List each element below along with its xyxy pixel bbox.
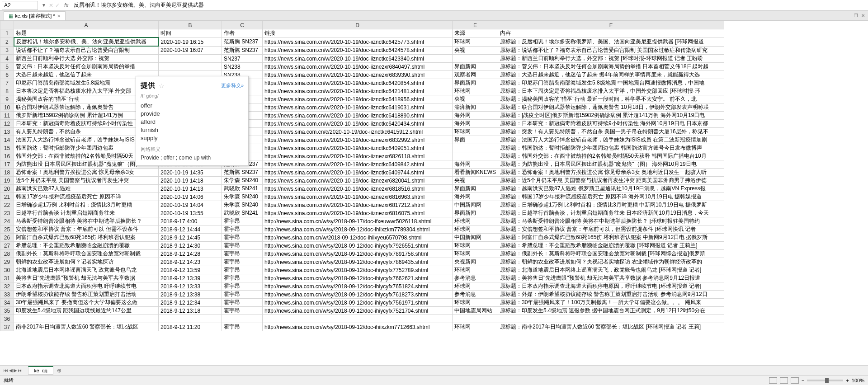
cell[interactable]: 海外网 <box>453 112 498 120</box>
cell[interactable]: 2018-9-12 14:30 <box>159 242 222 250</box>
col-header-F[interactable]: F <box>498 21 724 29</box>
cell[interactable]: 2020-10-19 14:06 <box>159 193 222 201</box>
cell[interactable]: http://news.sina.com.cn/w/sy/2018-09-12/… <box>263 291 453 299</box>
cell[interactable]: 海外网 <box>453 160 498 169</box>
more-definitions-link[interactable]: 更多释义» <box>221 82 244 89</box>
row-header[interactable]: 27 <box>0 242 14 250</box>
cell[interactable]: https://news.sina.com.cn/w/2020-10-19/do… <box>263 71 453 79</box>
cell[interactable]: 原标题：日本政府指示调查北海道大面积停电原因，呼吁继续节电 [环球网报道 记者] <box>498 282 724 291</box>
cell[interactable]: https://news.sina.com.cn/w/2020-10-19/do… <box>263 160 453 169</box>
row-header[interactable]: 11 <box>0 112 14 120</box>
cell[interactable]: 霍宇昂 <box>222 299 263 307</box>
cell[interactable]: 环球网 <box>453 38 498 46</box>
cell[interactable] <box>159 55 222 63</box>
cell[interactable]: 环球网 <box>453 128 498 136</box>
cell[interactable]: https://news.sina.com.cn/w/2020-10-19/do… <box>263 177 453 185</box>
cell[interactable]: https://news.sina.com.cn/w/2020-10-19/do… <box>263 120 453 128</box>
row-header[interactable]: 15 <box>0 144 14 152</box>
star-icon[interactable]: ☆ <box>159 82 165 89</box>
cell[interactable]: https://news.sina.com.cn/w/2020-10-19/do… <box>263 209 453 217</box>
name-box[interactable]: A2 <box>2 1 38 10</box>
cell[interactable]: https://news.sina.com.cn/w/2020-10-19/do… <box>263 63 453 71</box>
row-header[interactable]: 20 <box>0 185 14 193</box>
cell[interactable]: 原标题：近5个月仍未平息 美国警察与抗议者再发生冲突 距离美国非洲裔男子弗洛伊德 <box>498 177 724 185</box>
cell[interactable]: 2018-9-12 13:18 <box>159 307 222 315</box>
cell[interactable]: 北海道地震后日本网络谣言满天飞 政党账号也乌龙 <box>14 266 159 274</box>
cell[interactable] <box>453 55 498 63</box>
col-header-E[interactable]: E <box>453 21 498 29</box>
cell[interactable]: 原标题：外媒：伊朗希望核协议能存续 警告称正策划重启打击活动 参考消息网9月12… <box>498 291 724 299</box>
cell[interactable]: 原标题：恐怖命案！奥地利警方挨搜进公寓 惊见母亲杀3女 奥地利近日发生一起骇人听 <box>498 169 724 177</box>
cell[interactable]: 俄副外长：莫斯科将呼吁联合国安理会放宽对朝制裁 <box>14 250 159 258</box>
cell[interactable]: 2018-9-12 14:44 <box>159 225 222 234</box>
cell[interactable]: SN237 <box>222 55 263 63</box>
row-header[interactable]: 8 <box>0 87 14 95</box>
cell[interactable]: 界面新闻 <box>453 209 498 217</box>
cell[interactable]: 2020-10-19 16:15 <box>159 38 222 46</box>
cell[interactable]: 观察者网 <box>453 71 498 79</box>
row-header[interactable]: 32 <box>0 282 14 291</box>
cell[interactable]: 标题 <box>14 29 159 38</box>
sheet-nav-next-icon[interactable]: ▶ <box>14 368 17 373</box>
cell[interactable]: 原标题：[战疫全时区]俄罗斯新增15982例确诊病例 累计超141万例 海外网1… <box>498 112 724 120</box>
cell[interactable]: 界面 <box>453 136 498 144</box>
cell[interactable]: 2018-9-12 13:33 <box>159 282 222 291</box>
cell[interactable]: http://news.sina.com.cn/w/sy/2018-09-12/… <box>263 299 453 307</box>
cell[interactable]: 南非2017年日均遭害人数近60 警察部长：堪比战区 <box>14 323 159 331</box>
cell[interactable] <box>453 152 498 160</box>
cell[interactable]: http://news.sina.com.cn/w/sy/2018-09-12/… <box>263 307 453 315</box>
cell[interactable]: 环球网 <box>453 242 498 250</box>
row-header[interactable]: 36 <box>0 315 14 323</box>
cell[interactable]: https://news.sina.com.cn/w/2020-10-19/do… <box>263 55 453 63</box>
row-header[interactable]: 13 <box>0 128 14 136</box>
cell[interactable]: 原标题：南非2017年日均遭害人数近60 警察部长：堪比战区 [环球网报道 记者… <box>498 323 724 331</box>
cell[interactable]: 海外网 <box>453 120 498 128</box>
cell[interactable]: 原标题：日增确诊超1万例 比利时首相：疫情比3月时更糟 中新网10月19日电 据… <box>498 201 724 209</box>
col-header-B[interactable]: B <box>159 21 222 29</box>
sheet-tab[interactable]: ke_qq <box>28 366 53 375</box>
cell[interactable]: 原标题：越南洪灾已致87人遇难 俄罗斯卫星通讯社10月19日消息，越南VN Ex… <box>498 185 724 193</box>
cell[interactable]: 原标题：印尼苏门答腊岛南部海域发生5.8级地震 中国地震台网速报微博消息，中国地 <box>498 79 724 87</box>
cell[interactable]: 澎湃新闻 <box>453 103 498 112</box>
row-header[interactable]: 7 <box>0 79 14 87</box>
cell[interactable]: 界面新闻 <box>453 185 498 193</box>
row-header[interactable]: 34 <box>0 299 14 307</box>
sheet-nav-first-icon[interactable]: ⏮ <box>4 368 8 373</box>
cell[interactable]: http://news.sina.com.cn/w/sy/2018-09-12/… <box>263 258 453 266</box>
row-header[interactable]: 1 <box>0 29 14 38</box>
cell[interactable]: 央视 <box>453 95 498 103</box>
cell[interactable]: 霍宇昂 <box>222 274 263 282</box>
cell[interactable]: 环球网 <box>453 87 498 95</box>
cell[interactable]: 2020-10-19 13:55 <box>159 209 222 217</box>
cell[interactable]: 原标题：反唇相讥！埃尔多安称俄罗斯、美国、法国向亚美尼亚提供武器 [环球网报道 <box>498 38 724 46</box>
cell[interactable]: 近5个月仍未平息 美国警察与抗议者再发生冲突 <box>14 177 159 185</box>
cell[interactable]: https://news.sina.com.cn/w/2020-10-19/do… <box>263 87 453 95</box>
cell[interactable]: http://news.sina.com.cn/w/sy/2018-09-12/… <box>263 323 453 331</box>
row-header[interactable]: 12 <box>0 120 14 128</box>
cell[interactable]: 范斯腾 SN237 <box>222 46 263 55</box>
cell[interactable]: 原标题：美将售日"先进鹰眼"预警机 却无法与美军共享数据 参考消息网9月12日报… <box>498 274 724 282</box>
cell[interactable]: 朝鲜的农业改革进展如何？记者实地探访 <box>14 258 159 266</box>
cell[interactable]: https://news.sina.com.cn/w/2020-10-19/do… <box>263 46 453 55</box>
row-header[interactable]: 19 <box>0 177 14 185</box>
cell[interactable]: 原标题：大选日越来越近，他迷信了起来 据4年前同样的事情再度来，就能赢得大选 <box>498 71 724 79</box>
cell[interactable]: 霍宇昂 <box>222 217 263 225</box>
cell[interactable]: 来源 <box>453 29 498 38</box>
cell[interactable]: https://news.sina.com.cn/c/2020-10-19/do… <box>263 128 453 136</box>
sheet-nav-prev-icon[interactable]: ◀ <box>9 368 13 373</box>
cell[interactable]: 霍宇昂 <box>222 282 263 291</box>
cell[interactable]: 原标题：联合国对伊朗武器禁运解除，蓬佩奥警告 10月18日，伊朗外交部发表声明称… <box>498 103 724 112</box>
cell[interactable] <box>222 315 263 323</box>
row-header[interactable]: 5 <box>0 63 14 71</box>
cell[interactable]: 霍宇昂 <box>222 225 263 234</box>
cell[interactable]: https://news.sina.com.cn/w/2020-10-19/do… <box>263 79 453 87</box>
cell[interactable]: http://news.sina.com.cn/w/sy/2018-09-12/… <box>263 242 453 250</box>
row-header[interactable]: 24 <box>0 217 14 225</box>
cell[interactable]: 原标题：新西兰日前顺利举行大选，外交部：祝贺 [环球时报-环球网报道 记者 王盼… <box>498 55 724 63</box>
row-header[interactable]: 37 <box>0 323 14 331</box>
cell[interactable]: 原标题：突发！有人要见特朗普，不然自杀 美国一男子吊在特朗普大厦16层外，称见不 <box>498 128 724 136</box>
fx-icon[interactable]: fx <box>64 2 68 9</box>
cell[interactable]: 霍宇昂 <box>222 291 263 299</box>
cell[interactable]: 参考消息 <box>453 274 498 282</box>
name-box-dropdown-icon[interactable]: ▼ <box>42 3 46 8</box>
